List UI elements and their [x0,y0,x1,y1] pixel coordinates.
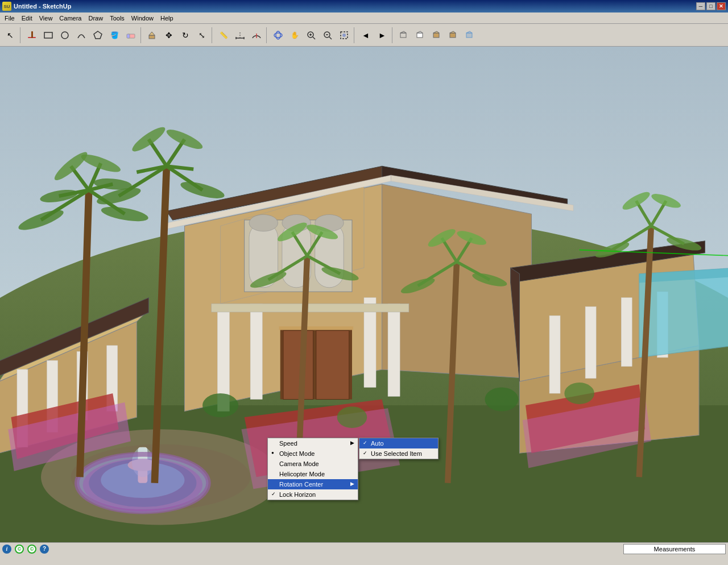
info-icon[interactable]: i [2,545,11,554]
svg-rect-75 [283,331,313,400]
rotate-tool[interactable]: ↻ [177,27,193,43]
menu-edit[interactable]: Edit [18,14,36,23]
ctx-rotation-center[interactable]: Rotation Center [268,479,358,489]
zoom-fit-tool[interactable] [336,27,352,43]
submenu-use-selected-item[interactable]: Use Selected Item [359,448,438,459]
svg-rect-91 [621,298,632,367]
svg-point-15 [276,31,280,39]
svg-rect-90 [585,307,596,379]
polygon-tool[interactable] [90,27,106,43]
menu-file[interactable]: File [1,14,18,23]
menu-view[interactable]: View [36,14,56,23]
copyright-icon-2[interactable]: © [27,545,36,554]
previous-view[interactable]: ◄ [358,27,374,43]
svg-point-71 [249,215,278,231]
svg-point-24 [342,34,346,37]
statusbar: i © © ? Measurements [0,542,728,555]
window-title: Untitled - SketchUp [14,3,71,10]
ctx-object-mode[interactable]: Object Mode [268,448,358,459]
svg-marker-28 [417,31,423,33]
copyright-icon-1[interactable]: © [15,545,24,554]
orbit-tool[interactable] [270,27,286,43]
menu-window[interactable]: Window [128,14,157,23]
svg-point-150 [337,406,367,428]
svg-rect-2 [44,32,52,38]
titlebar: SU Untitled - SketchUp ─ □ ✕ [0,0,728,13]
svg-point-149 [202,393,238,417]
svg-rect-79 [250,304,262,399]
viewport[interactable]: Speed Object Mode Camera Mode Helicopter… [0,47,728,555]
toolbar-separator-4 [266,27,268,43]
toolbar-separator-3 [212,27,214,43]
eraser-tool[interactable] [123,27,139,43]
menu-draw[interactable]: Draw [85,14,106,23]
svg-point-151 [485,388,518,412]
svg-rect-81 [388,304,400,396]
tape-tool[interactable]: 📏 [216,27,231,43]
zoom-out-tool[interactable] [320,27,336,43]
help-icon[interactable]: ? [40,545,49,554]
menu-tools[interactable]: Tools [106,14,128,23]
ctx-helicopter-mode[interactable]: Helicopter Mode [268,469,358,479]
svg-rect-27 [417,33,423,38]
rect-tool[interactable] [40,27,56,43]
svg-rect-31 [450,33,456,38]
shaded-btn[interactable] [429,27,445,43]
hidden-line-btn[interactable] [412,27,428,43]
arc-tool[interactable] [73,27,89,43]
select-tool[interactable]: ↖ [2,27,18,43]
ctx-camera-mode[interactable]: Camera Mode [268,459,358,469]
svg-rect-29 [433,33,439,38]
measurements-box[interactable]: Measurements [623,544,726,554]
svg-marker-34 [450,31,456,33]
dimension-tool[interactable] [232,27,248,43]
menubar: File Edit View Camera Draw Tools Window … [0,13,728,24]
svg-rect-76 [316,331,349,400]
svg-rect-35 [466,33,472,38]
svg-point-3 [61,32,68,39]
scale-tool[interactable]: ⤡ [194,27,210,43]
minimize-button[interactable]: ─ [696,2,705,10]
close-button[interactable]: ✕ [717,2,726,10]
app-icon: SU [2,2,11,11]
next-view[interactable]: ► [374,27,390,43]
svg-line-21 [329,37,332,39]
toolbar-separator-5 [354,27,356,43]
menu-help[interactable]: Help [157,14,177,23]
svg-rect-25 [400,33,406,38]
svg-marker-8 [149,32,155,35]
svg-line-17 [313,37,315,39]
titlebar-buttons[interactable]: ─ □ ✕ [696,2,726,10]
maximize-button[interactable]: □ [706,2,715,10]
toolbar-separator-1 [20,27,22,43]
wireframe-btn[interactable] [396,27,412,43]
svg-marker-30 [433,31,439,33]
zoom-in-tool[interactable] [303,27,319,43]
svg-rect-6 [127,34,130,38]
toolbar-separator-6 [392,27,394,43]
paint-tool[interactable]: 🪣 [106,27,122,43]
svg-rect-89 [549,315,560,393]
svg-rect-7 [149,35,155,39]
svg-marker-4 [94,31,102,39]
pan-tool[interactable]: ✋ [287,27,303,43]
ctx-lock-horizon[interactable]: Lock Horizon [268,489,358,500]
svg-rect-77 [279,326,353,330]
toolbar-separator-2 [140,27,143,43]
pencil-tool[interactable] [24,27,40,43]
ctx-speed[interactable]: Speed [268,438,358,448]
shaded-textured-btn[interactable] [445,27,461,43]
submenu-auto[interactable]: Auto [359,438,438,448]
menu-camera[interactable]: Camera [56,14,85,23]
titlebar-left: SU Untitled - SketchUp [2,2,71,11]
svg-point-49 [83,459,202,512]
circle-tool[interactable] [57,27,73,43]
svg-marker-36 [466,31,472,33]
statusbar-left: i © © ? [2,545,49,554]
protractor-tool[interactable] [249,27,264,43]
svg-point-152 [564,383,594,404]
svg-marker-26 [400,31,406,33]
xray-btn[interactable] [462,27,478,43]
move-tool[interactable]: ✥ [161,27,177,43]
pushpull-tool[interactable] [144,27,160,43]
